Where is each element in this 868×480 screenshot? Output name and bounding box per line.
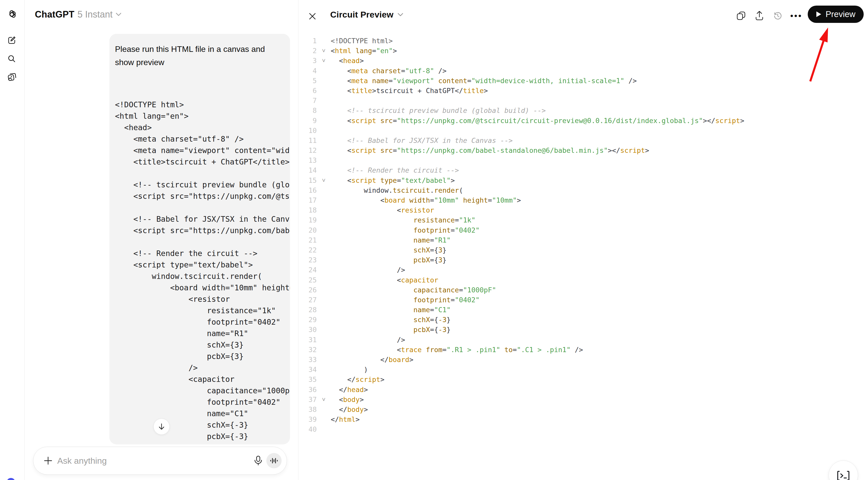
code-line[interactable]: 37˅ <body>: [300, 394, 867, 405]
line-number: 3: [300, 56, 317, 66]
code-line[interactable]: 33 </board>: [300, 355, 867, 364]
code-editor[interactable]: 1<!DOCTYPE html>2˅<html lang="en">3˅ <he…: [300, 36, 867, 435]
code-text: <trace from=".R1 > .pin1" to=".C1 > .pin…: [331, 345, 583, 355]
code-line[interactable]: 35 </script>: [300, 375, 867, 384]
code-line[interactable]: 31 />: [300, 335, 867, 345]
line-number: 18: [300, 205, 317, 215]
composer-input[interactable]: [57, 456, 252, 466]
code-line[interactable]: 12 <script src="https://unpkg.com/babel-…: [300, 146, 867, 155]
fold-toggle-icon[interactable]: ˅: [317, 175, 331, 185]
code-text: </head>: [331, 385, 368, 394]
sidebar-item-library[interactable]: [6, 71, 18, 83]
code-line[interactable]: 18 <resistor: [300, 205, 867, 215]
code-line[interactable]: 20 footprint="0402": [300, 225, 867, 235]
code-line[interactable]: 14 <!-- Render the circuit -->: [300, 165, 867, 175]
code-text: <capacitor: [331, 275, 438, 285]
code-line[interactable]: 22 schX={3}: [300, 245, 867, 255]
fold-spacer: [317, 146, 331, 155]
code-line[interactable]: 15˅ <script type="text/babel">: [300, 175, 867, 185]
upload-icon: [755, 11, 764, 21]
canvas-title: Circuit Preview: [330, 10, 394, 20]
code-text: <!-- Render the circuit -->: [331, 165, 459, 175]
dictate-button[interactable]: [252, 455, 264, 467]
code-line[interactable]: 19 resistance="1k": [300, 215, 867, 225]
fold-toggle-icon[interactable]: ˅: [317, 394, 331, 405]
code-line[interactable]: 40: [300, 424, 867, 434]
code-line[interactable]: 23 pcbX={3}: [300, 255, 867, 265]
code-text: <script src="https://unpkg.com/@tscircui…: [331, 116, 744, 126]
code-line[interactable]: 9 <script src="https://unpkg.com/@tscirc…: [300, 116, 867, 126]
code-line[interactable]: 21 name="R1": [300, 235, 867, 245]
code-text: <!-- Babel for JSX/TSX in the Canvas -->: [331, 135, 513, 146]
terminal-icon: [837, 470, 850, 480]
code-line[interactable]: 34 ): [300, 364, 867, 375]
code-line[interactable]: 3˅ <head>: [300, 56, 867, 66]
code-line[interactable]: 17 <board width="10mm" height="10mm">: [300, 195, 867, 205]
fold-spacer: [317, 245, 331, 255]
openai-logo[interactable]: [6, 9, 18, 20]
close-icon: [309, 12, 316, 20]
code-text: </html>: [331, 414, 360, 424]
line-number: 35: [300, 375, 317, 384]
sidebar-item-new-chat[interactable]: [6, 34, 18, 46]
scroll-to-bottom-button[interactable]: [153, 418, 170, 435]
code-line[interactable]: 8 <!-- tscircuit preview bundle (global …: [300, 105, 867, 116]
code-line[interactable]: 39</html>: [300, 414, 867, 424]
code-line[interactable]: 7: [300, 96, 867, 105]
fold-spacer: [317, 185, 331, 195]
code-line[interactable]: 13: [300, 155, 867, 165]
code-line[interactable]: 4 <meta charset="utf-8" />: [300, 66, 867, 76]
fold-spacer: [317, 345, 331, 355]
preview-button[interactable]: Preview: [808, 6, 864, 23]
sidebar-item-search[interactable]: [6, 53, 18, 65]
code-line[interactable]: 16 window.tscircuit.render(: [300, 185, 867, 195]
code-line[interactable]: 27 footprint="0402": [300, 295, 867, 305]
history-icon: [773, 11, 782, 21]
canvas-options-button[interactable]: •••: [789, 9, 803, 22]
code-line[interactable]: 32 <trace from=".R1 > .pin1" to=".C1 > .…: [300, 345, 867, 355]
code-line[interactable]: 28 name="C1": [300, 305, 867, 315]
code-text: capacitance="1000pF": [331, 285, 496, 295]
fold-toggle-icon[interactable]: ˅: [317, 56, 331, 66]
code-line[interactable]: 11 <!-- Babel for JSX/TSX in the Canvas …: [300, 135, 867, 146]
code-line[interactable]: 25 <capacitor: [300, 275, 867, 285]
fold-spacer: [317, 235, 331, 245]
code-text: <board width="10mm" height="10mm">: [331, 195, 521, 205]
code-line[interactable]: 10: [300, 126, 867, 135]
copy-button[interactable]: [735, 9, 748, 22]
line-number: 23: [300, 255, 317, 265]
search-icon: [7, 55, 16, 63]
line-number: 40: [300, 424, 317, 434]
voice-mode-button[interactable]: [266, 453, 282, 468]
new-chat-icon: [7, 36, 16, 44]
fold-spacer: [317, 225, 331, 235]
code-line[interactable]: 6 <title>tscircuit + ChatGPT</title>: [300, 86, 867, 96]
fold-toggle-icon[interactable]: ˅: [317, 46, 331, 56]
version-history-button[interactable]: [771, 9, 784, 22]
code-line[interactable]: 29 schX={-3}: [300, 315, 867, 325]
line-number: 15: [300, 175, 317, 185]
chat-header: ChatGPT 5 Instant •••: [25, 0, 298, 29]
user-message-text: Please run this HTML file in a canvas an…: [115, 42, 284, 69]
model-switcher[interactable]: ChatGPT 5 Instant: [35, 9, 121, 20]
canvas-title-menu[interactable]: Circuit Preview: [330, 10, 403, 20]
attach-button[interactable]: [42, 455, 54, 467]
code-line[interactable]: 36 </head>: [300, 385, 867, 394]
fold-spacer: [317, 165, 331, 175]
fold-spacer: [317, 126, 331, 135]
line-number: 8: [300, 105, 317, 116]
user-avatar[interactable]: [7, 478, 15, 480]
code-line[interactable]: 38 </body>: [300, 405, 867, 414]
close-canvas-button[interactable]: [307, 11, 318, 22]
code-line[interactable]: 30 pcbX={-3}: [300, 325, 867, 334]
fold-spacer: [317, 275, 331, 285]
fold-spacer: [317, 265, 331, 275]
openai-logo-icon: [7, 9, 17, 20]
code-line[interactable]: 5 <meta name="viewport" content="width=d…: [300, 76, 867, 86]
code-line[interactable]: 1<!DOCTYPE html>: [300, 36, 867, 46]
console-button[interactable]: [829, 460, 858, 480]
code-line[interactable]: 26 capacitance="1000pF": [300, 285, 867, 295]
code-line[interactable]: 24 />: [300, 265, 867, 275]
share-button[interactable]: [753, 9, 766, 22]
code-line[interactable]: 2˅<html lang="en">: [300, 46, 867, 56]
